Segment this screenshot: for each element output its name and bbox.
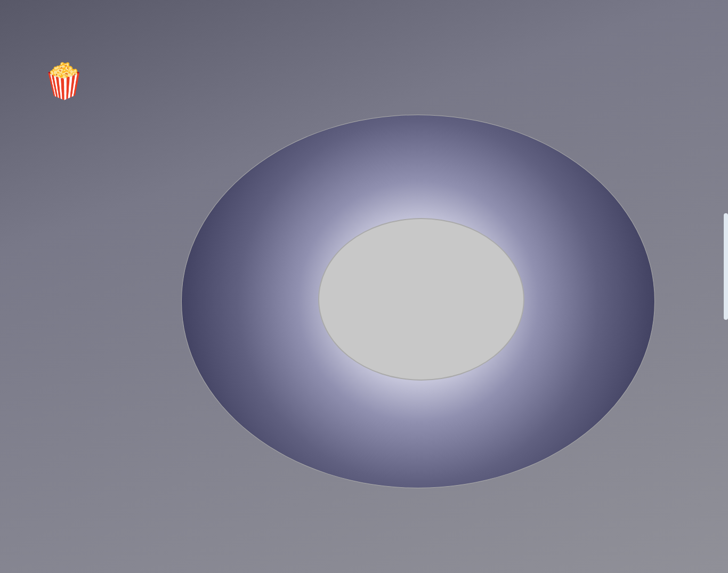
page-icon: 🍿 bbox=[43, 64, 85, 107]
scrollbar[interactable] bbox=[724, 213, 728, 320]
music-thumbnail bbox=[405, 259, 521, 350]
media-grid-section: 🎬 Movies 📺 Series 📚 bbox=[162, 152, 521, 366]
music-card[interactable]: 🎵 Music bbox=[405, 259, 521, 362]
main-content: ~ Social media ▶ Letterboxd ♦ Anilist G … bbox=[0, 152, 728, 388]
music-visual bbox=[405, 259, 521, 362]
media-grid: 🎬 Movies 📺 Series 📚 bbox=[162, 152, 521, 362]
